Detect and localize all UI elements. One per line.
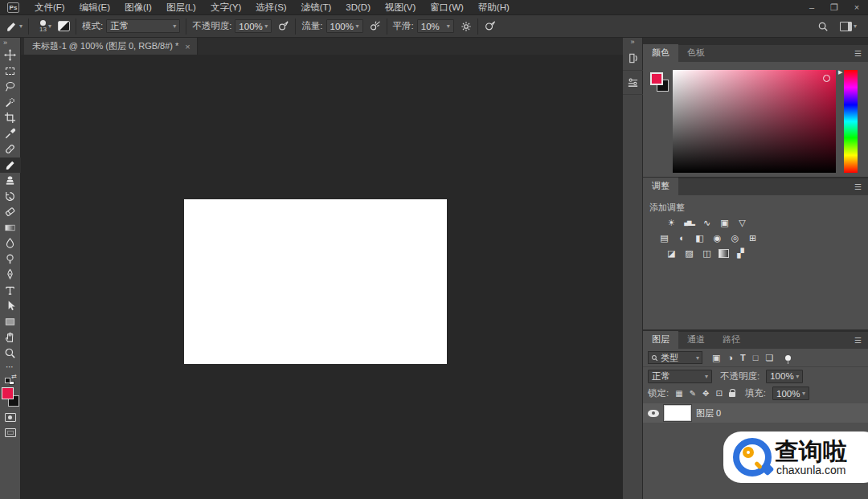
- layer-row[interactable]: 图层 0: [643, 403, 868, 423]
- history-brush-tool[interactable]: [0, 189, 21, 205]
- history-panel-icon[interactable]: [623, 47, 643, 71]
- color-lookup-icon[interactable]: ⊞: [747, 232, 759, 243]
- rectangular-marquee-tool[interactable]: [0, 63, 21, 80]
- menu-3d[interactable]: 3D(D): [338, 0, 378, 15]
- blend-mode-dropdown[interactable]: 正常 ▾: [106, 19, 180, 33]
- hue-saturation-icon[interactable]: ▤: [658, 232, 670, 243]
- photo-filter-icon[interactable]: ◉: [711, 232, 723, 243]
- default-colors-icon[interactable]: ⇄: [5, 375, 15, 385]
- tab-layers[interactable]: 图层: [643, 331, 678, 349]
- canvas-area[interactable]: [21, 55, 623, 499]
- pressure-opacity-icon[interactable]: [277, 20, 289, 32]
- layer-blend-mode-dropdown[interactable]: 正常 ▾: [648, 370, 712, 383]
- layer-fill-dropdown[interactable]: 100% ▾: [772, 387, 809, 400]
- crop-tool[interactable]: [0, 110, 21, 126]
- panel-menu-icon[interactable]: ☰: [854, 182, 862, 191]
- panel-menu-icon[interactable]: ☰: [854, 336, 862, 345]
- quick-selection-tool[interactable]: [0, 95, 21, 111]
- hand-tool[interactable]: [0, 329, 21, 346]
- eraser-tool[interactable]: [0, 204, 21, 220]
- gradient-tool[interactable]: [0, 220, 21, 236]
- quick-mask-mode-icon[interactable]: [5, 413, 16, 422]
- exposure-icon[interactable]: ▣: [719, 217, 731, 228]
- move-tool[interactable]: [0, 47, 21, 63]
- brush-tool[interactable]: [0, 157, 21, 174]
- airbrush-icon[interactable]: [369, 20, 381, 32]
- close-button[interactable]: ×: [845, 0, 868, 15]
- menu-type[interactable]: 文字(Y): [203, 0, 248, 15]
- dock-expand-icon[interactable]: »: [623, 38, 642, 47]
- levels-icon[interactable]: ▄▆▂: [683, 217, 695, 228]
- brush-tool-icon[interactable]: [5, 20, 18, 33]
- saturation-brightness-field[interactable]: [673, 70, 836, 173]
- toggle-brush-panel-icon[interactable]: [58, 21, 70, 31]
- tab-channels[interactable]: 通道: [678, 331, 714, 349]
- layer-thumbnail[interactable]: [664, 405, 691, 421]
- black-white-icon[interactable]: ◧: [694, 232, 706, 243]
- properties-panel-icon[interactable]: [623, 71, 643, 95]
- tab-swatches[interactable]: 色板: [678, 44, 714, 62]
- filter-toggle-pin[interactable]: [785, 355, 791, 361]
- foreground-color-swatch[interactable]: [2, 387, 14, 399]
- clone-stamp-tool[interactable]: [0, 173, 21, 189]
- pressure-size-icon[interactable]: [484, 20, 496, 32]
- lock-transparency-icon[interactable]: ▦: [675, 389, 682, 398]
- edit-toolbar-icon[interactable]: ⋯: [6, 361, 14, 372]
- adjustment-layer-filter-icon[interactable]: ◑: [727, 353, 733, 362]
- menu-image[interactable]: 图像(I): [117, 0, 159, 15]
- lock-artboard-icon[interactable]: ⊡: [715, 389, 722, 398]
- menu-layer[interactable]: 图层(L): [159, 0, 203, 15]
- hue-slider[interactable]: [844, 70, 858, 173]
- gradient-map-icon[interactable]: [719, 249, 729, 258]
- minimize-button[interactable]: –: [800, 0, 823, 15]
- lock-all-icon[interactable]: [729, 392, 735, 397]
- channel-mixer-icon[interactable]: ◎: [729, 232, 741, 243]
- brush-preset-picker[interactable]: 13: [39, 20, 47, 33]
- posterize-icon[interactable]: ▨: [683, 247, 695, 259]
- invert-icon[interactable]: ◪: [665, 247, 678, 259]
- tab-color[interactable]: 颜色: [643, 44, 678, 62]
- threshold-icon[interactable]: ◫: [701, 247, 713, 259]
- menu-edit[interactable]: 编辑(E): [72, 0, 117, 15]
- smoothing-dropdown[interactable]: 10% ▾: [417, 19, 454, 33]
- pen-tool[interactable]: [0, 267, 21, 283]
- vibrance-icon[interactable]: ▽: [736, 217, 748, 228]
- smart-object-filter-icon[interactable]: ❏: [765, 353, 773, 363]
- tab-paths[interactable]: 路径: [714, 331, 749, 349]
- menu-window[interactable]: 窗口(W): [423, 0, 471, 15]
- close-document-icon[interactable]: ×: [185, 42, 190, 51]
- document-tab[interactable]: 未标题-1 @ 100% (图层 0, RGB/8#) * ×: [24, 38, 198, 55]
- path-selection-tool[interactable]: [0, 298, 21, 314]
- brightness-contrast-icon[interactable]: ☀: [665, 217, 678, 228]
- lasso-tool[interactable]: [0, 79, 21, 95]
- workspace-switcher[interactable]: ▾: [840, 22, 857, 31]
- selective-color-icon[interactable]: ▞: [735, 247, 747, 259]
- pixel-layer-filter-icon[interactable]: ▣: [712, 353, 720, 363]
- dodge-tool[interactable]: [0, 252, 21, 268]
- menu-file[interactable]: 文件(F): [27, 0, 72, 15]
- menu-help[interactable]: 帮助(H): [471, 0, 517, 15]
- tab-adjustments[interactable]: 调整: [643, 178, 678, 195]
- foreground-color-swatch[interactable]: [650, 72, 663, 85]
- toolbar-expand-icon[interactable]: »: [0, 38, 7, 47]
- menu-select[interactable]: 选择(S): [248, 0, 293, 15]
- screen-mode-icon[interactable]: [5, 428, 16, 437]
- menu-view[interactable]: 视图(V): [378, 0, 423, 15]
- spot-healing-brush-tool[interactable]: [0, 141, 21, 157]
- menu-filter[interactable]: 滤镜(T): [294, 0, 339, 15]
- search-icon[interactable]: [817, 21, 829, 32]
- lock-pixels-icon[interactable]: ✎: [690, 389, 696, 398]
- type-layer-filter-icon[interactable]: T: [740, 353, 746, 362]
- color-picker-ring[interactable]: [823, 75, 830, 82]
- layer-visibility-eye-icon[interactable]: [648, 410, 659, 417]
- zoom-tool[interactable]: [0, 346, 21, 362]
- flow-dropdown[interactable]: 100% ▾: [326, 19, 363, 33]
- color-balance-icon[interactable]: ◐: [676, 232, 688, 243]
- restore-button[interactable]: ❐: [823, 0, 845, 15]
- opacity-dropdown[interactable]: 100% ▾: [235, 19, 272, 33]
- type-tool[interactable]: [0, 283, 21, 299]
- layer-filter-dropdown[interactable]: 类型 ▾: [648, 351, 702, 364]
- curves-icon[interactable]: ∿: [701, 217, 713, 228]
- document-artboard[interactable]: [184, 199, 447, 364]
- shape-layer-filter-icon[interactable]: □: [753, 353, 759, 362]
